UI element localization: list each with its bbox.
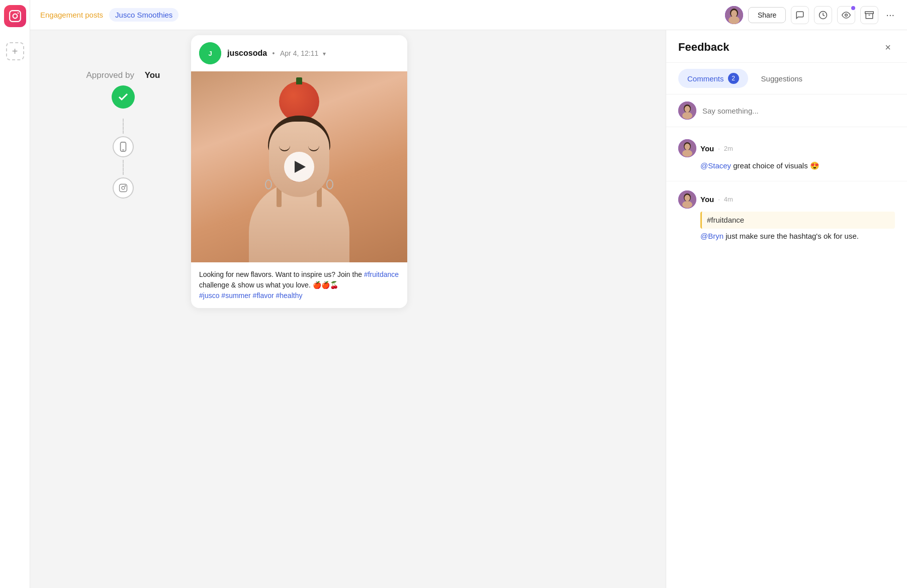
caption-hashtag-link[interactable]: #fruitdance	[364, 270, 399, 278]
approved-by-text: Approved by	[86, 70, 134, 80]
add-channel-button[interactable]: +	[6, 42, 24, 60]
approval-label: Approved by You	[86, 70, 160, 80]
left-panel: Approved by You	[30, 30, 216, 588]
comment-mention-1[interactable]: @Stacey	[700, 161, 731, 170]
post-avatar: J	[199, 42, 221, 64]
svg-point-8	[845, 14, 848, 16]
commenter-avatar-2	[678, 190, 696, 209]
eye-icon	[842, 11, 851, 20]
comment-text-1: great choice of visuals 😍	[731, 161, 820, 170]
play-button[interactable]	[284, 152, 314, 182]
step-instagram-icon[interactable]	[113, 177, 134, 199]
post-dropdown-icon[interactable]: ▾	[323, 50, 326, 57]
svg-point-25	[685, 106, 690, 113]
commenter-avatar-image-2	[678, 190, 696, 209]
tab-comments-label: Comments	[687, 74, 724, 83]
comment-meta: You · 2m	[678, 139, 895, 157]
comment-age-2: 4m	[724, 195, 733, 203]
comment-time-1: ·	[718, 145, 720, 152]
archive-icon	[865, 11, 874, 20]
comments-badge: 2	[728, 73, 739, 84]
feedback-title: Feedback	[678, 41, 881, 54]
svg-point-20	[125, 185, 126, 186]
post-date: Apr 4, 12:11	[280, 49, 318, 57]
svg-point-1	[13, 14, 17, 19]
comment-input[interactable]	[702, 107, 895, 115]
checkmark-icon	[117, 91, 129, 103]
svg-point-19	[122, 186, 125, 189]
comment-body-2: #fruitdance @Bryn just make sure the has…	[678, 212, 895, 242]
instagram-step-icon	[119, 183, 128, 192]
approval-section: Approved by You	[86, 70, 160, 201]
breadcrumb-parent[interactable]: Engagement posts	[40, 11, 103, 19]
svg-rect-0	[10, 11, 21, 22]
app-sidebar: +	[0, 0, 30, 588]
account-avatar: J	[199, 42, 221, 64]
post-header: J juscosoda • Apr 4, 12:11 ▾	[191, 35, 407, 71]
archive-icon-button[interactable]	[860, 6, 878, 24]
feedback-header: Feedback ×	[666, 30, 907, 63]
post-image	[191, 71, 407, 262]
post-user-info: juscosoda • Apr 4, 12:11 ▾	[227, 49, 326, 58]
svg-point-29	[685, 144, 690, 150]
svg-rect-9	[865, 12, 874, 14]
caption-text: Looking for new flavors. Want to inspire…	[199, 270, 364, 278]
svg-point-2	[17, 13, 19, 14]
close-button[interactable]: ×	[881, 40, 895, 54]
user-avatar	[725, 6, 743, 24]
comment-item: You · 2m @Stacey great choice of visuals…	[666, 132, 907, 179]
avatar-image	[725, 6, 743, 24]
comment-item-2: You · 4m #fruitdance @Bryn just make sur…	[666, 183, 907, 249]
comment-body-1: @Stacey great choice of visuals 😍	[678, 160, 895, 172]
tab-suggestions-label: Suggestions	[761, 74, 803, 83]
caption-text-2: challenge & show us what you love. 🍎🍎🍒	[199, 281, 338, 289]
svg-point-33	[685, 194, 690, 201]
comment-input-area	[666, 94, 907, 127]
current-user-avatar-image	[678, 102, 696, 120]
caption-hashtags: #jusco #summer #flavor #healthy	[199, 291, 302, 300]
svg-rect-18	[119, 184, 127, 192]
post-time: •	[273, 49, 275, 57]
right-earring	[326, 179, 333, 189]
feedback-panel: Feedback × Comments 2 Suggestions	[666, 30, 907, 588]
history-icon-button[interactable]	[814, 6, 832, 24]
comment-age-1: 2m	[724, 145, 733, 152]
instagram-icon	[9, 10, 22, 23]
clock-icon	[819, 11, 828, 20]
svg-point-30	[682, 150, 692, 157]
commenter-name-1: You	[700, 144, 714, 153]
more-options-button[interactable]: ···	[883, 7, 897, 23]
breadcrumb-current[interactable]: Jusco Smoothies	[109, 8, 178, 22]
chat-icon	[795, 11, 804, 20]
current-user-avatar	[678, 102, 696, 120]
svg-point-5	[731, 10, 737, 17]
left-eye	[279, 144, 290, 151]
post-card: J juscosoda • Apr 4, 12:11 ▾	[191, 35, 407, 308]
approval-check-icon[interactable]	[112, 85, 135, 109]
comment-meta-2: You · 4m	[678, 190, 895, 209]
tab-comments[interactable]: Comments 2	[678, 69, 748, 88]
left-earring	[265, 179, 272, 189]
post-username: juscosoda	[227, 49, 267, 57]
app-logo	[4, 5, 26, 27]
comment-time-2: ·	[718, 195, 720, 203]
comment-highlight: #fruitdance	[700, 212, 895, 229]
share-button[interactable]: Share	[748, 7, 786, 23]
comments-icon-button[interactable]	[791, 6, 809, 24]
step-connector-2	[123, 160, 124, 175]
preview-icon-button[interactable]	[837, 6, 855, 24]
top-bar-right: Share ···	[725, 6, 897, 24]
step-mobile-icon[interactable]	[113, 136, 134, 157]
mobile-step-icon	[119, 142, 127, 152]
tab-suggestions[interactable]: Suggestions	[752, 69, 812, 88]
comment-mention-2[interactable]: @Bryn	[700, 232, 723, 240]
commenter-avatar-image-1	[678, 139, 696, 157]
notification-dot	[850, 5, 856, 11]
svg-point-6	[729, 16, 740, 24]
svg-text:J: J	[208, 50, 212, 57]
right-eye	[308, 144, 319, 151]
commenter-avatar-1	[678, 139, 696, 157]
comment-separator	[666, 181, 907, 181]
svg-point-34	[682, 201, 692, 208]
feedback-tabs: Comments 2 Suggestions	[666, 63, 907, 94]
